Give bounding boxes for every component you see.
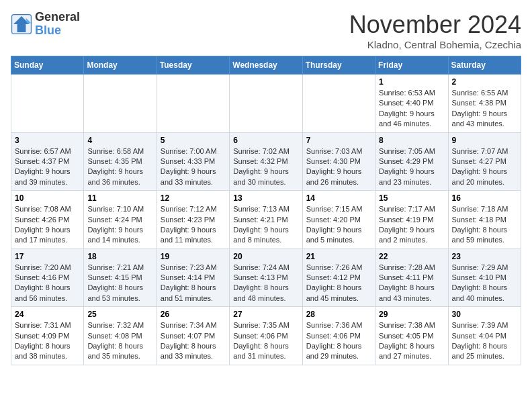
calendar-cell: 17Sunrise: 7:20 AM Sunset: 4:16 PM Dayli… <box>11 248 84 307</box>
day-info: Sunrise: 7:23 AM Sunset: 4:14 PM Dayligh… <box>161 263 226 304</box>
day-number: 4 <box>87 136 152 145</box>
calendar-cell: 25Sunrise: 7:32 AM Sunset: 4:08 PM Dayli… <box>84 307 157 365</box>
calendar-cell: 2Sunrise: 6:55 AM Sunset: 4:38 PM Daylig… <box>448 75 521 133</box>
day-number: 15 <box>379 193 444 203</box>
day-info: Sunrise: 7:12 AM Sunset: 4:23 PM Dayligh… <box>161 204 226 246</box>
day-number: 10 <box>15 193 80 203</box>
day-info: Sunrise: 7:24 AM Sunset: 4:13 PM Dayligh… <box>233 263 298 304</box>
logo-icon <box>11 13 32 35</box>
day-number: 20 <box>233 252 298 261</box>
calendar-cell: 5Sunrise: 7:00 AM Sunset: 4:33 PM Daylig… <box>157 132 229 191</box>
day-number: 3 <box>15 136 80 145</box>
calendar-cell: 7Sunrise: 7:03 AM Sunset: 4:30 PM Daylig… <box>302 132 375 191</box>
header-cell-friday: Friday <box>375 56 448 75</box>
day-number: 9 <box>452 136 517 145</box>
calendar-body: 1Sunrise: 6:53 AM Sunset: 4:40 PM Daylig… <box>11 75 521 365</box>
day-info: Sunrise: 7:17 AM Sunset: 4:19 PM Dayligh… <box>379 204 444 246</box>
calendar-cell: 20Sunrise: 7:24 AM Sunset: 4:13 PM Dayli… <box>230 248 302 307</box>
header: General Blue November 2024 Kladno, Centr… <box>11 11 521 50</box>
day-info: Sunrise: 7:36 AM Sunset: 4:06 PM Dayligh… <box>306 320 371 362</box>
calendar-cell: 9Sunrise: 7:07 AM Sunset: 4:27 PM Daylig… <box>448 132 521 191</box>
calendar-cell: 26Sunrise: 7:34 AM Sunset: 4:07 PM Dayli… <box>157 307 229 365</box>
day-info: Sunrise: 7:18 AM Sunset: 4:18 PM Dayligh… <box>452 204 517 246</box>
header-cell-saturday: Saturday <box>448 56 521 75</box>
day-info: Sunrise: 7:39 AM Sunset: 4:04 PM Dayligh… <box>452 320 517 362</box>
day-info: Sunrise: 7:28 AM Sunset: 4:11 PM Dayligh… <box>379 263 444 304</box>
calendar-cell: 8Sunrise: 7:05 AM Sunset: 4:29 PM Daylig… <box>375 132 448 191</box>
day-info: Sunrise: 7:10 AM Sunset: 4:24 PM Dayligh… <box>87 204 152 246</box>
day-info: Sunrise: 7:20 AM Sunset: 4:16 PM Dayligh… <box>15 263 80 304</box>
calendar-cell: 22Sunrise: 7:28 AM Sunset: 4:11 PM Dayli… <box>375 248 448 307</box>
calendar-cell: 21Sunrise: 7:26 AM Sunset: 4:12 PM Dayli… <box>302 248 375 307</box>
day-number: 16 <box>452 193 517 203</box>
day-number: 24 <box>15 310 80 319</box>
day-number: 23 <box>452 252 517 261</box>
day-info: Sunrise: 7:13 AM Sunset: 4:21 PM Dayligh… <box>233 204 298 246</box>
day-number: 25 <box>87 310 152 319</box>
day-info: Sunrise: 7:32 AM Sunset: 4:08 PM Dayligh… <box>87 320 152 362</box>
day-number: 2 <box>452 77 517 87</box>
day-info: Sunrise: 6:53 AM Sunset: 4:40 PM Dayligh… <box>379 88 444 130</box>
day-info: Sunrise: 7:05 AM Sunset: 4:29 PM Dayligh… <box>379 146 444 188</box>
header-cell-sunday: Sunday <box>11 56 84 75</box>
calendar-cell: 1Sunrise: 6:53 AM Sunset: 4:40 PM Daylig… <box>375 75 448 133</box>
day-number: 21 <box>306 252 371 261</box>
day-number: 13 <box>233 193 298 203</box>
calendar-cell <box>230 75 302 133</box>
day-number: 28 <box>306 310 371 319</box>
calendar-cell <box>11 75 84 133</box>
calendar-cell: 12Sunrise: 7:12 AM Sunset: 4:23 PM Dayli… <box>157 191 229 249</box>
calendar-cell <box>157 75 229 133</box>
day-info: Sunrise: 7:35 AM Sunset: 4:06 PM Dayligh… <box>233 320 298 362</box>
day-number: 30 <box>452 310 517 319</box>
calendar-cell: 4Sunrise: 6:58 AM Sunset: 4:35 PM Daylig… <box>84 132 157 191</box>
header-cell-monday: Monday <box>84 56 157 75</box>
calendar-cell: 19Sunrise: 7:23 AM Sunset: 4:14 PM Dayli… <box>157 248 229 307</box>
day-info: Sunrise: 6:55 AM Sunset: 4:38 PM Dayligh… <box>452 88 517 130</box>
day-number: 17 <box>15 252 80 261</box>
calendar-week-5: 24Sunrise: 7:31 AM Sunset: 4:09 PM Dayli… <box>11 307 521 365</box>
calendar-week-1: 1Sunrise: 6:53 AM Sunset: 4:40 PM Daylig… <box>11 75 521 133</box>
day-info: Sunrise: 6:57 AM Sunset: 4:37 PM Dayligh… <box>15 146 80 188</box>
day-number: 27 <box>233 310 298 319</box>
logo: General Blue <box>11 11 80 38</box>
day-number: 29 <box>379 310 444 319</box>
calendar-cell: 27Sunrise: 7:35 AM Sunset: 4:06 PM Dayli… <box>230 307 302 365</box>
day-info: Sunrise: 7:21 AM Sunset: 4:15 PM Dayligh… <box>87 263 152 304</box>
day-number: 8 <box>379 136 444 145</box>
header-cell-wednesday: Wednesday <box>230 56 302 75</box>
day-info: Sunrise: 7:26 AM Sunset: 4:12 PM Dayligh… <box>306 263 371 304</box>
day-number: 18 <box>87 252 152 261</box>
day-info: Sunrise: 7:00 AM Sunset: 4:33 PM Dayligh… <box>161 146 226 188</box>
day-number: 6 <box>233 136 298 145</box>
header-cell-thursday: Thursday <box>302 56 375 75</box>
day-info: Sunrise: 7:31 AM Sunset: 4:09 PM Dayligh… <box>15 320 80 362</box>
calendar-week-3: 10Sunrise: 7:08 AM Sunset: 4:26 PM Dayli… <box>11 191 521 249</box>
calendar-week-4: 17Sunrise: 7:20 AM Sunset: 4:16 PM Dayli… <box>11 248 521 307</box>
calendar-table: SundayMondayTuesdayWednesdayThursdayFrid… <box>11 56 521 365</box>
calendar-cell: 30Sunrise: 7:39 AM Sunset: 4:04 PM Dayli… <box>448 307 521 365</box>
day-info: Sunrise: 7:29 AM Sunset: 4:10 PM Dayligh… <box>452 263 517 304</box>
day-info: Sunrise: 7:02 AM Sunset: 4:32 PM Dayligh… <box>233 146 298 188</box>
calendar-cell: 24Sunrise: 7:31 AM Sunset: 4:09 PM Dayli… <box>11 307 84 365</box>
day-number: 7 <box>306 136 371 145</box>
calendar-cell <box>84 75 157 133</box>
day-info: Sunrise: 7:03 AM Sunset: 4:30 PM Dayligh… <box>306 146 371 188</box>
calendar-header: SundayMondayTuesdayWednesdayThursdayFrid… <box>11 56 521 75</box>
day-info: Sunrise: 7:08 AM Sunset: 4:26 PM Dayligh… <box>15 204 80 246</box>
day-info: Sunrise: 7:38 AM Sunset: 4:05 PM Dayligh… <box>379 320 444 362</box>
day-number: 22 <box>379 252 444 261</box>
calendar-cell: 29Sunrise: 7:38 AM Sunset: 4:05 PM Dayli… <box>375 307 448 365</box>
calendar-cell: 11Sunrise: 7:10 AM Sunset: 4:24 PM Dayli… <box>84 191 157 249</box>
logo-text: General Blue <box>35 11 80 38</box>
day-number: 11 <box>87 193 152 203</box>
calendar-cell: 28Sunrise: 7:36 AM Sunset: 4:06 PM Dayli… <box>302 307 375 365</box>
calendar-cell: 15Sunrise: 7:17 AM Sunset: 4:19 PM Dayli… <box>375 191 448 249</box>
calendar-cell: 18Sunrise: 7:21 AM Sunset: 4:15 PM Dayli… <box>84 248 157 307</box>
calendar-cell <box>302 75 375 133</box>
header-cell-tuesday: Tuesday <box>157 56 229 75</box>
calendar-cell: 3Sunrise: 6:57 AM Sunset: 4:37 PM Daylig… <box>11 132 84 191</box>
day-info: Sunrise: 6:58 AM Sunset: 4:35 PM Dayligh… <box>87 146 152 188</box>
calendar-cell: 10Sunrise: 7:08 AM Sunset: 4:26 PM Dayli… <box>11 191 84 249</box>
title-area: November 2024 Kladno, Central Bohemia, C… <box>349 11 521 50</box>
